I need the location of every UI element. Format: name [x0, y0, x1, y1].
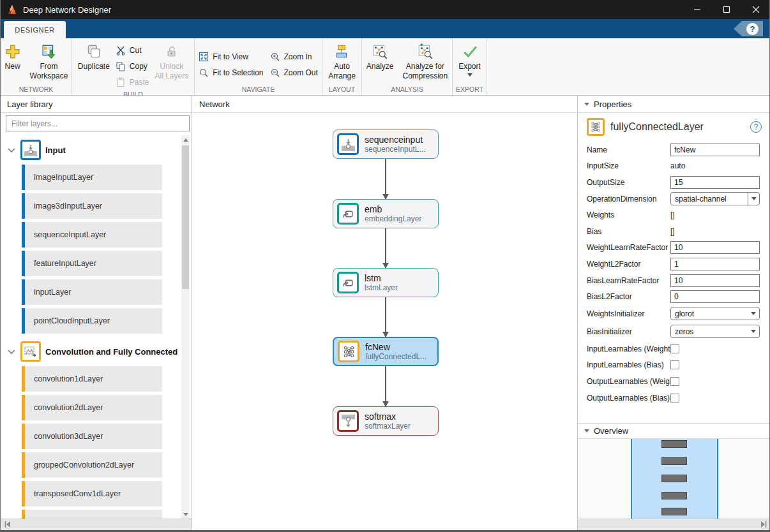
duplicate-button[interactable]: Duplicate — [75, 40, 113, 90]
filter-layers-input[interactable] — [6, 115, 190, 131]
inputlearnables-bias-checkbox[interactable] — [670, 360, 679, 369]
minimize-button[interactable] — [683, 0, 712, 19]
from-workspace-button[interactable]: From Workspace — [27, 40, 72, 85]
analyze-for-compression-button[interactable]: Analyze for Compression — [400, 40, 451, 85]
window-title: Deep Network Designer — [23, 5, 683, 15]
collapse-triangle-icon — [584, 103, 589, 106]
maximize-button[interactable] — [712, 0, 741, 19]
node-fcNew[interactable]: fcNew fullyConnectedL... — [333, 337, 439, 366]
toolstrip-section-layout: Auto Arrange LAYOUT — [322, 38, 362, 95]
network-canvas[interactable]: sequenceinput sequenceInputL... emb embe… — [193, 113, 577, 530]
cut-button[interactable]: Cut — [116, 43, 149, 58]
biasl2factor-field[interactable] — [670, 290, 760, 303]
list-item-convolution1dLayer[interactable]: convolution1dLayer — [22, 366, 162, 392]
toolstrip-section-navigate: Fit to View Fit to Selection — [195, 38, 322, 95]
list-item-convolution3dLayer[interactable]: convolution3dLayer — [22, 424, 162, 449]
overview-minimap[interactable] — [578, 439, 770, 519]
new-plus-icon — [4, 41, 21, 62]
zoom-in-button[interactable]: Zoom In — [270, 49, 318, 64]
layer-library-title: Layer library — [7, 100, 53, 109]
toolstrip-section-build: Duplicate Cut Copy — [72, 38, 195, 95]
property-row-outputsize: OutputSize — [587, 174, 760, 191]
layer-help-icon[interactable]: ? — [750, 121, 762, 133]
overview-node-bar — [661, 508, 687, 515]
export-button[interactable]: Export — [455, 40, 484, 85]
node-sequenceinput[interactable]: sequenceinput sequenceInputL... — [333, 129, 439, 159]
scroll-down-icon[interactable] — [181, 510, 190, 519]
node-softmax[interactable]: softmax softmaxLayer — [333, 406, 439, 436]
operationdimension-dropdown[interactable]: spatial-channel — [670, 192, 760, 205]
chevron-down-icon — [7, 349, 16, 355]
fit-to-view-button[interactable]: Fit to View — [199, 49, 263, 64]
fit-to-selection-icon — [199, 68, 209, 78]
scrollbar-thumb[interactable] — [182, 145, 189, 289]
collapse-panel-left-icon[interactable] — [4, 521, 11, 528]
node-emb[interactable]: emb embeddingLayer — [333, 199, 439, 228]
tab-designer[interactable]: DESIGNER — [4, 21, 66, 38]
name-field[interactable] — [670, 144, 760, 156]
properties-header[interactable]: Properties — [578, 96, 770, 113]
export-dropdown-caret-icon — [467, 73, 472, 77]
node-lstm[interactable]: lstm lstmLayer — [333, 268, 439, 297]
node-name: sequenceinput — [365, 135, 425, 145]
property-row-bias: Bias [] — [587, 223, 760, 240]
list-item-image3dInputLayer[interactable]: image3dInputLayer — [22, 193, 162, 219]
zoom-out-button[interactable]: Zoom Out — [270, 65, 318, 80]
analyze-button[interactable]: Analyze — [363, 40, 397, 85]
node-type: fullyConnectedL... — [365, 352, 427, 362]
section-label-navigate: NAVIGATE — [195, 85, 322, 95]
list-item-convolution2dLayer[interactable]: convolution2dLayer — [22, 395, 162, 420]
scroll-up-icon[interactable] — [181, 135, 190, 144]
list-item-transposedConv1dLayer[interactable]: transposedConv1dLayer — [22, 481, 162, 506]
list-item-imageInputLayer[interactable]: imageInputLayer — [22, 165, 162, 190]
list-item-sequenceInputLayer[interactable]: sequenceInputLayer — [22, 222, 162, 248]
close-button[interactable] — [741, 0, 770, 19]
inputsize-value: auto — [670, 161, 760, 170]
embedding-layer-icon — [337, 203, 359, 225]
selected-layer-type: fullyConnectedLayer — [610, 121, 744, 133]
matlab-logo-icon — [6, 4, 18, 15]
weightlearnratefactor-field[interactable] — [670, 241, 760, 254]
outputlearnables-bias-checkbox[interactable] — [670, 394, 679, 403]
copy-button[interactable]: Copy — [116, 59, 149, 74]
help-button[interactable]: ? — [734, 21, 763, 36]
property-row-weights: Weights [] — [587, 207, 760, 223]
library-scrollbar[interactable] — [181, 135, 190, 519]
biaslearnratefactor-field[interactable] — [670, 274, 760, 287]
property-row-operationdimension: OperationDimension spatial-channel — [587, 191, 760, 207]
auto-arrange-button[interactable]: Auto Arrange — [325, 40, 359, 85]
list-item-pointCloudInputLayer[interactable]: pointCloudInputLayer — [22, 308, 162, 334]
list-item-transposedConv2dLayer[interactable]: transposedConv2dLayer — [22, 510, 162, 519]
duplicate-icon — [86, 41, 102, 62]
inputlearnables-weights-checkbox[interactable] — [670, 344, 679, 353]
section-label-export: EXPORT — [453, 85, 487, 95]
property-row-inputlearnables-bias: InputLearnables (Bias) — [587, 357, 760, 374]
property-row-biasl2factor: BiasL2Factor — [587, 288, 760, 305]
fully-connected-layer-icon — [338, 341, 359, 362]
biasinitializer-dropdown[interactable]: zeros — [670, 325, 760, 338]
zoom-in-icon — [270, 52, 280, 62]
node-type: sequenceInputL... — [365, 145, 425, 154]
copy-icon — [116, 61, 126, 71]
collapse-panel-right-icon[interactable] — [760, 521, 767, 528]
weightl2factor-field[interactable] — [670, 258, 760, 270]
from-workspace-icon — [41, 41, 57, 62]
list-item-featureInputLayer[interactable]: featureInputLayer — [22, 251, 162, 276]
toolstrip: New From Workspace NETWORK — [1, 38, 770, 96]
library-section-input[interactable]: Input — [1, 135, 181, 165]
paste-icon — [116, 77, 126, 87]
property-row-weightsinitializer: WeightsInitializer glorot — [587, 305, 760, 323]
fit-to-selection-button[interactable]: Fit to Selection — [199, 65, 263, 80]
softmax-layer-icon — [337, 410, 359, 432]
edge-fcNew-softmax — [385, 366, 386, 406]
library-section-convolution[interactable]: Convolution and Fully Connected — [1, 337, 181, 366]
fit-to-view-icon — [199, 52, 209, 62]
overview-header[interactable]: Overview — [578, 423, 770, 439]
property-row-biasinitializer: BiasInitializer zeros — [587, 323, 760, 341]
weightsinitializer-dropdown[interactable]: glorot — [670, 307, 760, 320]
outputsize-field[interactable] — [670, 176, 760, 189]
list-item-inputLayer[interactable]: inputLayer — [22, 279, 162, 305]
list-item-groupedConvolution2dLayer[interactable]: groupedConvolution2dLayer — [22, 452, 162, 478]
new-button[interactable]: New — [1, 40, 24, 85]
outputlearnables-weights-checkbox[interactable] — [670, 377, 679, 386]
